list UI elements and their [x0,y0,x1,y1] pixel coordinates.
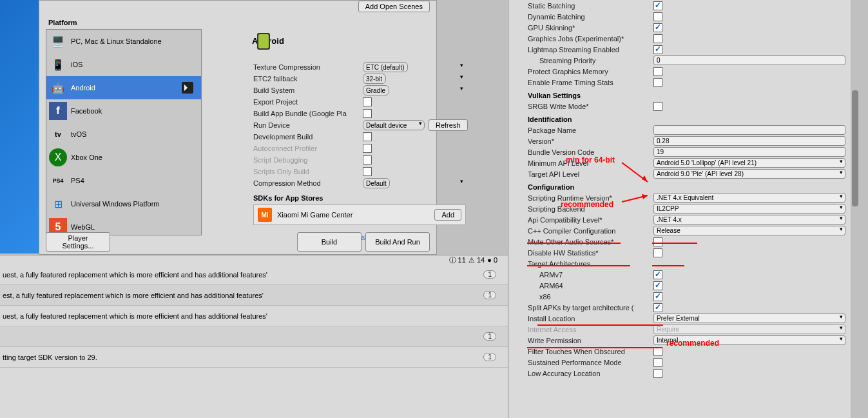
property-row: Sustained Performance Mode [508,357,860,368]
property-checkbox[interactable] [653,78,662,87]
console-panel: ⓘ 11 ⚠ 14 ● 0 uest, a fully featured rep… [0,255,508,418]
console-row[interactable]: uest, a fully featured replacement which… [0,306,508,326]
facebook-icon: f [49,102,67,120]
console-text: uest, a fully featured replacement which… [3,271,267,279]
build-system-select[interactable]: Gradle [363,85,389,95]
property-checkbox[interactable] [653,292,662,301]
player-settings-button[interactable]: Player Settings... [46,232,110,252]
add-open-scenes-button[interactable]: Add Open Scenes [358,1,430,12]
platform-item-facebook[interactable]: fFacebook [46,99,201,123]
property-select[interactable]: Prefer External [653,314,845,323]
console-row[interactable]: 1 [0,326,508,347]
info-badge[interactable]: ⓘ 11 [449,255,466,265]
property-checkbox[interactable] [653,67,662,76]
property-row: C++ Compiler ConfigurationRelease [508,225,860,236]
error-badge[interactable]: ● 0 [487,256,497,264]
refresh-button[interactable]: Refresh [429,119,468,131]
property-checkbox[interactable] [653,248,662,257]
property-label: C++ Compiler Configuration [528,227,653,235]
property-row: Disable HW Statistics* [508,247,860,258]
property-input[interactable] [653,125,845,135]
uwp-icon: ⊞ [49,195,67,213]
property-checkbox[interactable] [653,102,662,111]
property-label: Minimum API Level [528,159,653,167]
platform-item-uwp[interactable]: ⊞Universal Windows Platform [46,192,201,215]
property-select[interactable]: Internal [653,335,845,345]
property-select[interactable]: .NET 4.x Equivalent [653,193,845,203]
property-input[interactable] [653,55,845,65]
standalone-icon: 🖥️ [49,32,67,50]
run-device-select[interactable]: Default device [363,120,425,130]
console-count: 1 [483,332,496,341]
build-and-run-button[interactable]: Build And Run [365,232,430,252]
add-sdk-button[interactable]: Add [434,209,461,221]
export-project-checkbox[interactable] [363,97,372,106]
dev-build-checkbox[interactable] [363,132,372,141]
property-checkbox[interactable] [653,281,662,290]
property-row: Scripting BackendIL2CPP [508,203,860,214]
property-select[interactable]: Android 5.0 'Lollipop' (API level 21) [653,158,845,168]
app-bundle-row: Build App Bundle (Google Pla [208,108,470,119]
console-row[interactable]: est, a fully featured replacement which … [0,285,508,306]
platform-item-android[interactable]: 🤖Android [46,76,201,99]
label: Script Debugging [253,156,363,164]
property-select[interactable]: .NET 4.x [653,215,845,224]
property-checkbox[interactable] [653,23,662,32]
property-checkbox[interactable] [653,358,662,367]
build-button[interactable]: Build [297,232,362,252]
property-label: Static Batching [528,2,653,10]
property-checkbox[interactable] [653,347,662,356]
xbox-icon: X [49,148,67,166]
label: Run Device [253,121,363,129]
platform-item-tvos[interactable]: tvtvOS [46,123,201,146]
export-project-row: Export Project [208,96,470,108]
property-checkbox[interactable] [653,12,662,21]
property-select[interactable]: IL2CPP [653,204,845,214]
etc2-select[interactable]: 32-bit [363,74,386,84]
property-checkbox[interactable] [653,369,662,378]
run-device-row: Run DeviceDefault deviceRefresh [208,119,470,131]
property-checkbox[interactable] [653,270,662,279]
xiaomi-icon: MI [258,208,272,222]
property-checkbox[interactable] [653,1,662,10]
platform-item-standalone[interactable]: 🖥️PC, Mac & Linux Standalone [46,30,201,53]
label: Export Project [253,98,363,106]
app-bundle-checkbox[interactable] [363,109,372,118]
label: Build App Bundle (Google Pla [253,110,363,117]
texture-compression-select[interactable]: ETC (default) [363,62,408,72]
property-label: SRGB Write Mode* [528,103,653,110]
console-row[interactable]: tting target SDK version to 29.1 [0,347,508,368]
platform-item-ps4[interactable]: PS4PS4 [46,169,201,192]
property-label: Scripting Backend [528,205,653,213]
platform-item-ios[interactable]: 📱iOS [46,53,201,76]
property-checkbox[interactable] [653,237,662,246]
inspector-scrollbar[interactable] [851,0,860,418]
compression-select[interactable]: Default [363,178,390,188]
property-row: Write PermissionInternal [508,335,860,346]
property-checkbox[interactable] [653,45,662,54]
platform-heading: Platform [48,19,77,26]
property-select[interactable]: Release [653,226,845,235]
label: Development Build [253,133,363,141]
property-input[interactable] [653,147,845,157]
property-row: Target Architectures [508,258,860,269]
property-row: Protect Graphics Memory [508,66,860,77]
property-input[interactable] [653,136,845,146]
property-label: Low Accuracy Location [528,370,653,377]
platform-label: iOS [71,61,82,68]
console-row[interactable]: uest, a fully featured replacement which… [0,264,508,285]
platform-item-xbox[interactable]: XXbox One [46,146,201,169]
console-text: tting target SDK version to 29. [3,353,97,361]
etc2-row: ETC2 fallback32-bit [208,73,470,85]
warn-badge[interactable]: ⚠ 14 [468,256,485,264]
property-select[interactable]: Android 9.0 'Pie' (API level 28) [653,169,845,179]
property-label: ARMv7 [528,271,653,279]
platform-list: 🖥️PC, Mac & Linux Standalone 📱iOS 🤖Andro… [46,29,202,235]
property-row: Enable Frame Timing Stats [508,77,860,88]
console-text: est, a fully featured replacement which … [3,292,264,299]
property-checkbox[interactable] [653,34,662,43]
autoconnect-row: Autoconnect Profiler [208,143,470,154]
property-checkbox[interactable] [653,303,662,312]
property-label: Sustained Performance Mode [528,359,653,366]
identification-header: Identification [508,112,860,124]
